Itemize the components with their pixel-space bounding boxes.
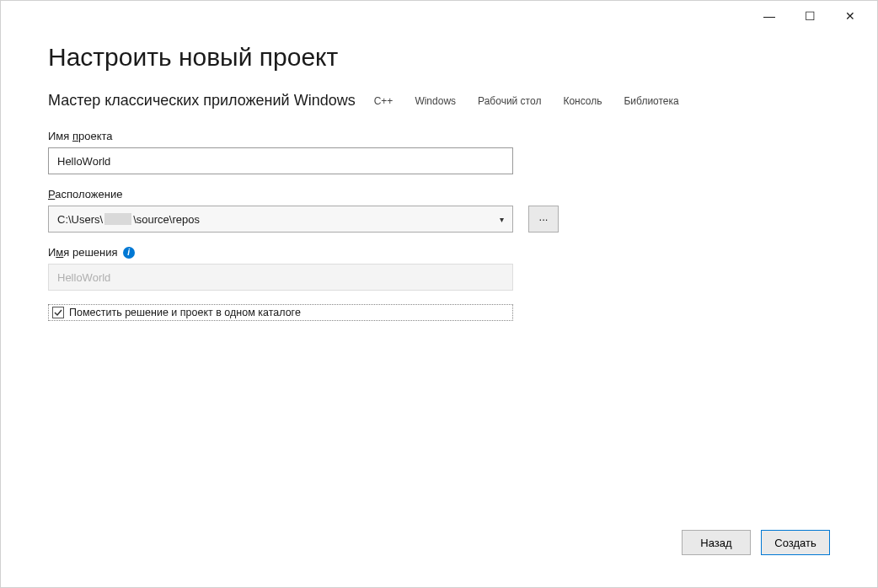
tag-cpp: C++ <box>371 94 397 109</box>
maximize-icon[interactable]: ☐ <box>798 4 822 28</box>
info-icon[interactable]: i <box>123 247 135 259</box>
back-button[interactable]: Назад <box>682 530 751 555</box>
minimize-icon[interactable]: — <box>758 4 781 28</box>
same-directory-label: Поместить решение и проект в одном катал… <box>69 307 301 318</box>
tag-library: Библиотека <box>620 94 682 109</box>
location-value: C:\Users\\source\repos <box>57 213 200 226</box>
tag-console: Консоль <box>559 94 605 109</box>
browse-button[interactable]: ... <box>528 206 559 233</box>
subtitle: Мастер классических приложений Windows <box>48 92 356 110</box>
same-directory-checkbox-row[interactable]: Поместить решение и проект в одном катал… <box>48 304 513 321</box>
location-combo[interactable]: C:\Users\\source\repos ▾ <box>48 206 513 233</box>
tag-windows: Windows <box>411 94 459 109</box>
tag-desktop: Рабочий стол <box>474 94 544 109</box>
location-label: Расположение <box>48 188 830 200</box>
same-directory-checkbox[interactable] <box>52 307 64 318</box>
check-icon <box>54 308 62 317</box>
chevron-down-icon: ▾ <box>500 215 504 224</box>
project-name-input[interactable] <box>48 147 513 174</box>
page-title: Настроить новый проект <box>48 43 830 72</box>
redacted-username <box>104 213 131 225</box>
project-name-label: Имя проекта <box>48 130 830 142</box>
solution-name-label: Имя решения <box>48 246 118 259</box>
solution-name-input: HelloWorld <box>48 264 513 291</box>
create-button[interactable]: Создать <box>761 530 830 555</box>
window-controls: — ☐ ✕ <box>758 1 877 31</box>
close-icon[interactable]: ✕ <box>838 4 862 28</box>
